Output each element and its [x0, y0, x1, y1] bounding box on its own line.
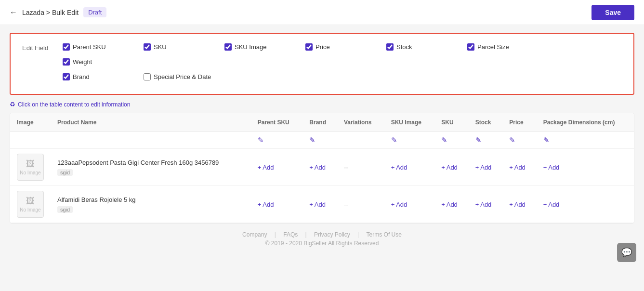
checkbox-weight-input[interactable]: [63, 58, 70, 66]
row1-parent-sku-cell[interactable]: + Add: [251, 149, 303, 186]
footer-faqs[interactable]: FAQs: [283, 231, 298, 238]
checkbox-sku-label[interactable]: SKU: [154, 43, 167, 51]
checkbox-special-price-input[interactable]: [144, 73, 151, 80]
row2-price-cell[interactable]: + Add: [502, 186, 537, 223]
table-row: 🖼 No Image 123aaaPepsodent Pasta Gigi Ce…: [10, 149, 634, 186]
edit-stock-icon[interactable]: ✎: [475, 136, 482, 144]
checkbox-special-price-label[interactable]: Special Price & Date: [154, 73, 211, 80]
col-product-name: Product Name: [51, 113, 251, 132]
row1-image-cell: 🖼 No Image: [10, 149, 51, 186]
edit-sku-icon[interactable]: ✎: [441, 136, 447, 144]
row2-pkg-dim-add[interactable]: + Add: [543, 201, 560, 208]
chat-icon: 💬: [621, 247, 632, 258]
row1-pkg-dim-add[interactable]: + Add: [543, 164, 560, 171]
row1-variations-dash: --: [344, 164, 348, 171]
edit-pkg-dim-icon[interactable]: ✎: [543, 136, 550, 144]
header-left: ← Lazada > Bulk Edit Draft: [10, 7, 106, 17]
edit-icon-cell-variations: [337, 132, 384, 149]
edit-brand-icon[interactable]: ✎: [309, 136, 315, 144]
checkbox-weight-label[interactable]: Weight: [73, 58, 92, 66]
checkbox-sku-image-input[interactable]: [224, 43, 232, 51]
row1-stock-add[interactable]: + Add: [475, 164, 492, 171]
main-content: Edit Field Parent SKU SKU SKU Image Pric…: [0, 25, 644, 258]
col-image: Image: [10, 113, 51, 132]
edit-icon-cell-img: [10, 132, 51, 149]
row2-brand-cell[interactable]: + Add: [302, 186, 337, 223]
row1-price-cell[interactable]: + Add: [502, 149, 537, 186]
footer-privacy[interactable]: Privacy Policy: [314, 231, 350, 238]
edit-icon-cell-pkg-dim[interactable]: ✎: [537, 132, 634, 149]
edit-sku-image-icon[interactable]: ✎: [391, 136, 397, 144]
edit-icon-cell-stock[interactable]: ✎: [469, 132, 503, 149]
back-arrow-icon[interactable]: ←: [10, 8, 17, 17]
row1-sku-image-cell[interactable]: + Add: [384, 149, 435, 186]
row1-sku-image-add[interactable]: + Add: [391, 164, 407, 171]
checkbox-sku-input[interactable]: [144, 43, 151, 51]
col-parent-sku: Parent SKU: [251, 113, 303, 132]
bulk-edit-table: Image Product Name Parent SKU Brand Vari…: [10, 113, 634, 223]
checkbox-parcel-size-input[interactable]: [467, 43, 474, 51]
row1-brand-cell[interactable]: + Add: [302, 149, 337, 186]
edit-icons-row: ✎ ✎ ✎ ✎ ✎ ✎: [10, 132, 634, 149]
row2-brand-add[interactable]: + Add: [309, 201, 326, 208]
checkbox-sku-image-label[interactable]: SKU Image: [235, 43, 266, 51]
edit-icon-cell-sku[interactable]: ✎: [434, 132, 469, 149]
checkbox-price-label[interactable]: Price: [315, 43, 330, 51]
row2-parent-sku-cell[interactable]: + Add: [251, 186, 303, 223]
row1-sku-add[interactable]: + Add: [441, 164, 458, 171]
row2-product-name: Alfamidi Beras Rojolele 5 kg: [57, 196, 244, 204]
row1-stock-cell[interactable]: + Add: [469, 149, 503, 186]
checkbox-parcel-size[interactable]: Parcel Size: [467, 43, 544, 51]
no-image-icon: 🖼: [26, 196, 35, 206]
checkbox-stock-label[interactable]: Stock: [396, 43, 412, 51]
checkbox-parent-sku-input[interactable]: [63, 43, 70, 51]
footer-links: Company | FAQs | Privacy Policy | Terms …: [10, 231, 634, 238]
checkbox-stock[interactable]: Stock: [386, 43, 463, 51]
checkbox-parent-sku-label[interactable]: Parent SKU: [73, 43, 106, 51]
col-package-dim: Package Dimensions (cm): [537, 113, 634, 132]
row2-stock-cell[interactable]: + Add: [469, 186, 503, 223]
table-wrapper: Image Product Name Parent SKU Brand Vari…: [10, 113, 634, 224]
edit-icon-cell-name: [51, 132, 251, 149]
footer-terms[interactable]: Terms Of Use: [367, 231, 402, 238]
row1-parent-sku-add[interactable]: + Add: [258, 164, 274, 171]
row1-brand-add[interactable]: + Add: [309, 164, 326, 171]
checkbox-weight[interactable]: Weight: [63, 58, 140, 66]
row2-sku-image-cell[interactable]: + Add: [384, 186, 435, 223]
edit-parent-sku-icon[interactable]: ✎: [258, 136, 264, 144]
col-brand: Brand: [302, 113, 337, 132]
checkbox-parent-sku[interactable]: Parent SKU: [63, 43, 140, 51]
checkbox-row-1: Parent SKU SKU SKU Image Price Stock: [63, 43, 622, 69]
checkbox-brand-label[interactable]: Brand: [73, 73, 90, 80]
row1-sku-cell[interactable]: + Add: [434, 149, 469, 186]
row2-stock-add[interactable]: + Add: [475, 201, 492, 208]
row2-sku-cell[interactable]: + Add: [434, 186, 469, 223]
footer-company[interactable]: Company: [242, 231, 267, 238]
edit-icon-cell-brand[interactable]: ✎: [302, 132, 337, 149]
edit-icon-cell-price[interactable]: ✎: [502, 132, 537, 149]
edit-icon-cell-parent-sku[interactable]: ✎: [251, 132, 303, 149]
checkbox-parcel-size-label[interactable]: Parcel Size: [477, 43, 509, 51]
checkbox-price-input[interactable]: [305, 43, 313, 51]
checkbox-price[interactable]: Price: [305, 43, 382, 51]
checkbox-brand-input[interactable]: [63, 73, 70, 80]
edit-price-icon[interactable]: ✎: [509, 136, 515, 144]
checkbox-sku[interactable]: SKU: [144, 43, 221, 51]
row2-parent-sku-add[interactable]: + Add: [258, 201, 274, 208]
row1-variations-cell: --: [337, 149, 384, 186]
row1-price-add[interactable]: + Add: [509, 164, 526, 171]
row2-sku-add[interactable]: + Add: [441, 201, 458, 208]
checkbox-brand[interactable]: Brand: [63, 73, 140, 80]
checkbox-row-2: Brand Special Price & Date: [63, 73, 622, 84]
checkbox-stock-input[interactable]: [386, 43, 394, 51]
row1-pkg-dim-cell[interactable]: + Add: [537, 149, 634, 186]
row2-price-add[interactable]: + Add: [509, 201, 526, 208]
chat-button[interactable]: 💬: [617, 243, 636, 258]
row2-pkg-dim-cell[interactable]: + Add: [537, 186, 634, 223]
header: ← Lazada > Bulk Edit Draft Save: [0, 0, 644, 25]
checkbox-special-price[interactable]: Special Price & Date: [144, 73, 221, 80]
checkbox-sku-image[interactable]: SKU Image: [224, 43, 302, 51]
edit-icon-cell-sku-image[interactable]: ✎: [384, 132, 435, 149]
row2-sku-image-add[interactable]: + Add: [391, 201, 407, 208]
save-button[interactable]: Save: [591, 5, 634, 20]
